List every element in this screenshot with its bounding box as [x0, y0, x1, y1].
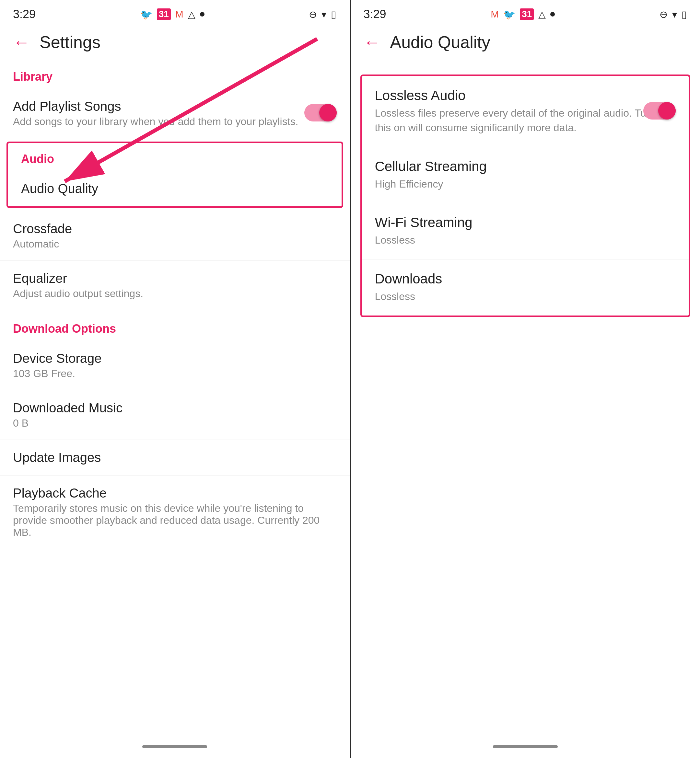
device-storage-subtitle: 103 GB Free. — [13, 368, 337, 380]
crossfade-item[interactable]: Crossfade Automatic — [0, 211, 350, 261]
status-bar-left: 3:29 🐦 31 M △ ⊖ ▾ ▯ — [0, 0, 350, 26]
battery-icon-r: ▯ — [681, 9, 687, 20]
equalizer-subtitle: Adjust audio output settings. — [13, 288, 337, 299]
wifi-streaming-title: Wi-Fi Streaming — [375, 215, 676, 230]
lossless-audio-toggle[interactable] — [643, 102, 676, 121]
lossless-audio-subtitle: Lossless files preserve every detail of … — [375, 106, 676, 135]
right-status-icons-right: ⊖ ▾ ▯ — [659, 9, 687, 20]
audio-quality-panel: 3:29 M 🐦 31 △ ⊖ ▾ ▯ ← Audio Quality Loss… — [351, 0, 700, 758]
lossless-toggle-switch[interactable] — [643, 102, 676, 120]
wifi-icon: ▾ — [322, 9, 327, 20]
toggle-knob — [319, 104, 337, 122]
page-title-right: Audio Quality — [390, 33, 490, 52]
audio-quality-box: Lossless Audio Lossless files preserve e… — [360, 75, 691, 317]
dot-icon — [200, 12, 205, 17]
add-playlist-toggle[interactable] — [304, 104, 337, 123]
page-title-left: Settings — [39, 33, 100, 52]
minus-circle-icon-r: ⊖ — [659, 9, 667, 20]
update-images-item[interactable]: Update Images — [0, 440, 350, 476]
settings-header: ← Settings — [0, 26, 350, 58]
toggle-switch[interactable] — [304, 104, 337, 122]
downloaded-music-item[interactable]: Downloaded Music 0 B — [0, 390, 350, 440]
facebook-icon: 🐦 — [140, 9, 152, 20]
lossless-audio-item[interactable]: Lossless Audio Lossless files preserve e… — [362, 76, 689, 147]
audio-section-header: Audio — [8, 143, 342, 171]
audio-quality-content: Lossless Audio Lossless files preserve e… — [351, 58, 700, 739]
nav-pill-right — [493, 745, 558, 748]
downloads-title: Downloads — [375, 271, 676, 287]
cellular-streaming-subtitle: High Efficiency — [375, 177, 676, 192]
playback-cache-subtitle: Temporarily stores music on this device … — [13, 502, 337, 538]
lossless-toggle-knob — [658, 102, 676, 120]
settings-panel: 3:29 🐦 31 M △ ⊖ ▾ ▯ ← Settings Library A… — [0, 0, 351, 758]
facebook-icon-r: 🐦 — [503, 9, 515, 20]
dot-icon-r — [550, 12, 555, 17]
battery-icon: ▯ — [331, 9, 336, 20]
back-button-left[interactable]: ← — [13, 33, 30, 52]
minus-circle-icon: ⊖ — [309, 9, 317, 20]
audio-quality-item[interactable]: Audio Quality — [8, 171, 342, 206]
cellular-streaming-item[interactable]: Cellular Streaming High Efficiency — [362, 147, 689, 203]
status-icons-right-left: M 🐦 31 △ — [491, 8, 555, 20]
add-playlist-songs-item[interactable]: Add Playlist Songs Add songs to your lib… — [0, 89, 350, 138]
nav-bar-right — [351, 739, 700, 758]
library-section-header: Library — [0, 58, 350, 89]
drive-icon-r: △ — [538, 9, 546, 20]
audio-section-box: Audio Audio Quality — [6, 142, 343, 208]
nav-bar-left — [0, 739, 350, 758]
wifi-icon-r: ▾ — [672, 9, 677, 20]
add-playlist-songs-title: Add Playlist Songs — [13, 99, 337, 114]
playback-cache-item[interactable]: Playback Cache Temporarily stores music … — [0, 476, 350, 549]
audio-quality-title: Audio Quality — [21, 181, 329, 196]
add-playlist-songs-subtitle: Add songs to your library when you add t… — [13, 115, 337, 128]
downloaded-music-title: Downloaded Music — [13, 401, 337, 415]
status-time-right: 3:29 — [364, 8, 386, 21]
crossfade-title: Crossfade — [13, 221, 337, 236]
audio-quality-header: ← Audio Quality — [351, 26, 700, 58]
downloads-subtitle: Lossless — [375, 289, 676, 304]
equalizer-title: Equalizer — [13, 271, 337, 286]
right-status-icons-left: ⊖ ▾ ▯ — [309, 9, 336, 20]
nav-pill-left — [142, 745, 207, 748]
playback-cache-title: Playback Cache — [13, 486, 337, 501]
status-time-left: 3:29 — [13, 8, 36, 21]
wifi-streaming-subtitle: Lossless — [375, 233, 676, 248]
status-bar-right: 3:29 M 🐦 31 △ ⊖ ▾ ▯ — [351, 0, 700, 26]
gmail-icon-r: M — [491, 9, 499, 20]
drive-icon: △ — [188, 9, 195, 20]
lossless-audio-title: Lossless Audio — [375, 88, 676, 103]
download-options-header: Download Options — [0, 310, 350, 341]
update-images-title: Update Images — [13, 450, 337, 465]
wifi-streaming-item[interactable]: Wi-Fi Streaming Lossless — [362, 203, 689, 259]
downloads-item[interactable]: Downloads Lossless — [362, 259, 689, 315]
crossfade-subtitle: Automatic — [13, 238, 337, 250]
downloaded-music-subtitle: 0 B — [13, 417, 337, 429]
calendar-icon: 31 — [157, 8, 171, 20]
equalizer-item[interactable]: Equalizer Adjust audio output settings. — [0, 261, 350, 310]
back-button-right[interactable]: ← — [364, 33, 380, 52]
device-storage-item[interactable]: Device Storage 103 GB Free. — [0, 341, 350, 390]
cellular-streaming-title: Cellular Streaming — [375, 159, 676, 174]
status-icons-left: 🐦 31 M △ — [140, 8, 205, 20]
settings-scroll[interactable]: Library Add Playlist Songs Add songs to … — [0, 58, 350, 739]
gmail-icon: M — [175, 9, 183, 20]
device-storage-title: Device Storage — [13, 351, 337, 366]
calendar-icon-r: 31 — [520, 8, 534, 20]
